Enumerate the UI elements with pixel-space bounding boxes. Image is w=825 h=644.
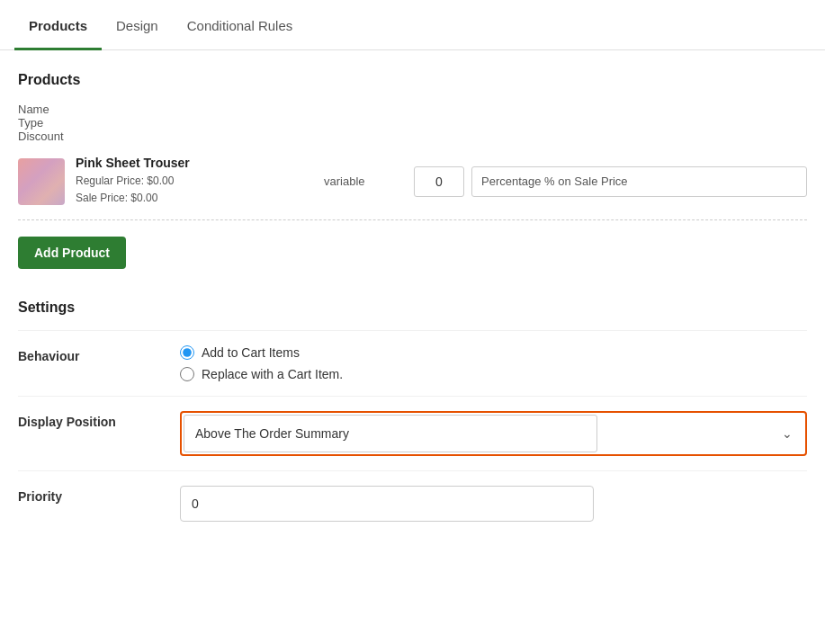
product-type: variable <box>324 174 414 188</box>
display-position-row: Display Position Above The Order Summary… <box>18 396 807 470</box>
product-name-col: Pink Sheet Trouser Regular Price: $0.00 … <box>18 156 324 207</box>
display-position-select-wrapper: Above The Order Summary Below The Order … <box>180 411 807 456</box>
radio-replace[interactable]: Replace with a Cart Item. <box>180 367 807 381</box>
settings-section-title: Settings <box>18 300 807 316</box>
priority-row: Priority <box>18 470 807 536</box>
product-name: Pink Sheet Trouser <box>76 156 190 170</box>
display-position-label: Display Position <box>18 411 180 429</box>
radio-group-behaviour: Add to Cart Items Replace with a Cart It… <box>180 345 807 381</box>
page-container: Products Design Conditional Rules Produc… <box>0 0 825 644</box>
behaviour-label: Behaviour <box>18 345 180 363</box>
behaviour-control: Add to Cart Items Replace with a Cart It… <box>180 345 807 381</box>
display-position-select[interactable]: Above The Order Summary Below The Order … <box>184 415 597 452</box>
discount-value-input[interactable] <box>414 166 464 197</box>
radio-add-to-cart-input[interactable] <box>180 345 194 360</box>
radio-add-to-cart[interactable]: Add to Cart Items <box>180 345 807 360</box>
tab-conditional-rules[interactable]: Conditional Rules <box>173 0 308 50</box>
chevron-down-icon: ⌄ <box>782 426 793 441</box>
radio-replace-input[interactable] <box>180 367 194 381</box>
product-info: Pink Sheet Trouser Regular Price: $0.00 … <box>76 156 190 207</box>
product-regular-price: Regular Price: $0.00 <box>76 173 190 190</box>
tab-design[interactable]: Design <box>102 0 173 50</box>
radio-add-to-cart-label: Add to Cart Items <box>202 345 300 360</box>
col-header-discount: Discount <box>18 130 807 143</box>
table-header: Name Type Discount <box>18 103 807 143</box>
tabs-nav: Products Design Conditional Rules <box>0 0 825 50</box>
col-header-name: Name <box>18 103 807 116</box>
settings-section: Settings Behaviour Add to Cart Items Rep… <box>18 300 807 536</box>
priority-label: Priority <box>18 486 180 504</box>
radio-replace-label: Replace with a Cart Item. <box>202 367 343 381</box>
display-position-control: Above The Order Summary Below The Order … <box>180 411 807 456</box>
product-image <box>18 158 65 205</box>
discount-type-label: Percentage % on Sale Price <box>471 166 807 197</box>
add-product-button[interactable]: Add Product <box>18 237 126 269</box>
table-row: Pink Sheet Trouser Regular Price: $0.00 … <box>18 143 807 220</box>
product-discount-col: Percentage % on Sale Price <box>414 166 807 197</box>
col-header-type: Type <box>18 116 807 130</box>
tab-products[interactable]: Products <box>14 0 102 50</box>
priority-input[interactable] <box>180 486 594 522</box>
products-section-title: Products <box>18 72 807 88</box>
behaviour-row: Behaviour Add to Cart Items Replace with… <box>18 330 807 396</box>
main-content: Products Name Type Discount Pink Sheet T… <box>0 50 825 558</box>
product-sale-price: Sale Price: $0.00 <box>76 190 190 207</box>
priority-control <box>180 486 807 522</box>
